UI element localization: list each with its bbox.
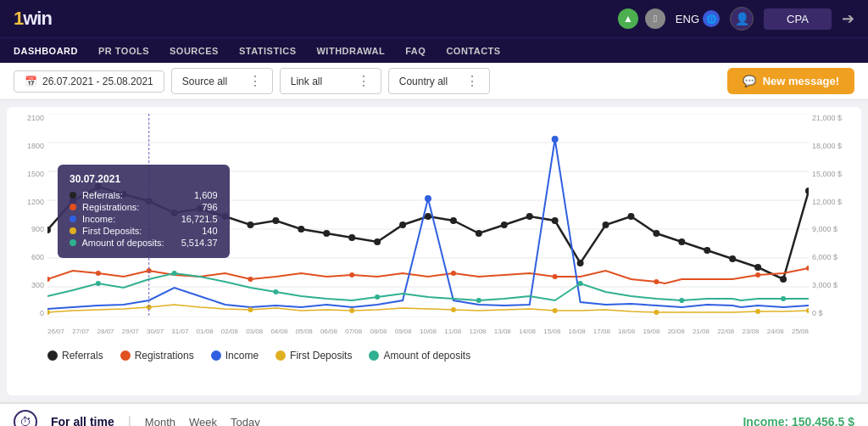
- svg-point-56: [553, 308, 558, 313]
- svg-point-39: [47, 277, 50, 282]
- country-filter-dots: ⋮: [465, 73, 479, 89]
- chart-area: 2100 1800 1500 1200 900 600 300 0 21,000…: [17, 114, 851, 343]
- legend-income-label: Income: [225, 350, 259, 362]
- legend-firstdeposits: First Deposits: [275, 350, 352, 362]
- svg-point-24: [450, 217, 457, 224]
- nav-item-contacts[interactable]: CONTACTS: [446, 46, 500, 56]
- x-01-08: 01/08: [197, 328, 214, 335]
- svg-point-55: [451, 307, 456, 312]
- android-icon[interactable]: ▲: [618, 8, 638, 29]
- nav-item-sources[interactable]: SOURCES: [170, 46, 219, 56]
- x-26-07: 26/07: [47, 328, 64, 335]
- legend-amountdeposits-label: Amount of deposits: [383, 350, 470, 362]
- y-left-1500: 1500: [27, 170, 44, 178]
- x-27-07: 27/07: [72, 328, 89, 335]
- link-filter[interactable]: Link all ⋮: [280, 68, 381, 94]
- legend-income-dot: [211, 350, 221, 361]
- today-filter[interactable]: Today: [231, 416, 260, 427]
- y-left-2100: 2100: [27, 114, 44, 122]
- svg-point-37: [780, 276, 787, 283]
- nav-item-withdrawal[interactable]: WITHDRAWAL: [316, 46, 385, 56]
- legend-firstdeposits-dot: [275, 350, 286, 361]
- tooltip-registrations-row: Registrations: 796: [70, 202, 218, 212]
- apple-icon[interactable]: : [645, 8, 665, 29]
- for-all-time-label[interactable]: For all time: [51, 415, 114, 426]
- x-05-08: 05/08: [296, 328, 313, 335]
- link-filter-label: Link all: [291, 76, 322, 87]
- legend-firstdeposits-label: First Deposits: [290, 350, 352, 362]
- nav-item-prtools[interactable]: PR TOOLS: [98, 46, 149, 56]
- logout-icon[interactable]: ➔: [842, 9, 854, 28]
- svg-point-43: [349, 272, 354, 277]
- svg-point-27: [526, 213, 533, 220]
- svg-point-21: [374, 238, 381, 245]
- svg-point-57: [654, 310, 659, 315]
- svg-point-28: [552, 217, 559, 224]
- svg-point-33: [678, 238, 685, 245]
- income-total-label: Income:: [743, 415, 792, 426]
- legend-referrals: Referrals: [47, 350, 103, 362]
- x-11-08: 11/08: [444, 328, 461, 335]
- legend-amountdeposits-dot: [369, 350, 379, 361]
- tooltip-amountdeposits-value: 5,514.37: [181, 238, 218, 248]
- svg-point-19: [323, 230, 330, 237]
- svg-point-18: [298, 226, 304, 233]
- svg-point-51: [47, 310, 50, 315]
- svg-point-35: [729, 255, 736, 262]
- legend-amountdeposits: Amount of deposits: [369, 350, 470, 362]
- flag-icon: 🌐: [703, 10, 720, 27]
- svg-point-65: [578, 281, 583, 286]
- x-28-07: 28/07: [97, 328, 114, 335]
- y-left-1200: 1200: [27, 198, 44, 206]
- nav-item-dashboard[interactable]: DASHBOARD: [14, 46, 78, 56]
- svg-point-25: [476, 230, 482, 237]
- x-20-08: 20/08: [668, 328, 685, 335]
- x-18-08: 18/08: [618, 328, 635, 335]
- x-25-08: 25/08: [792, 328, 809, 335]
- svg-point-36: [754, 264, 761, 271]
- svg-point-20: [348, 234, 355, 241]
- svg-point-66: [679, 298, 684, 303]
- tooltip-registrations-value: 796: [202, 202, 217, 212]
- svg-point-59: [806, 308, 809, 313]
- svg-point-32: [653, 230, 659, 237]
- week-filter[interactable]: Week: [189, 416, 217, 427]
- tooltip-registrations-label: Registrations:: [70, 202, 139, 212]
- tooltip-income-value: 16,721.5: [181, 214, 218, 224]
- user-icon[interactable]: 👤: [730, 7, 754, 31]
- language-selector[interactable]: ENG 🌐: [676, 10, 720, 27]
- x-17-08: 17/08: [593, 328, 610, 335]
- svg-point-45: [553, 274, 558, 279]
- month-filter[interactable]: Month: [145, 416, 175, 427]
- income-total-area: Income: 150,456.5 $: [743, 414, 854, 426]
- toolbar-filters: 📅 26.07.2021 - 25.08.2021 Source all ⋮ L…: [14, 68, 490, 94]
- country-filter[interactable]: Country all ⋮: [388, 68, 490, 94]
- new-message-button[interactable]: 💬 New message!: [727, 68, 854, 94]
- country-filter-label: Country all: [399, 76, 448, 87]
- svg-point-46: [654, 279, 659, 284]
- svg-point-23: [425, 213, 431, 220]
- header: 1win ▲  ENG 🌐 👤 CPA ➔: [0, 0, 868, 37]
- bottom-bar: ⏱ For all time | Month Week Today Income…: [0, 402, 868, 426]
- x-03-08: 03/08: [246, 328, 263, 335]
- nav-item-faq[interactable]: FAQ: [405, 46, 426, 56]
- y-right-15000: 15,000 $: [812, 170, 842, 178]
- svg-point-64: [476, 298, 481, 303]
- source-filter[interactable]: Source all ⋮: [171, 68, 273, 94]
- tooltip-amountdeposits-row: Amount of deposits: 5,514.37: [70, 238, 218, 248]
- nav-item-statistics[interactable]: STATISTICS: [239, 46, 297, 56]
- x-04-08: 04/08: [270, 328, 287, 335]
- y-left-600: 600: [31, 253, 44, 261]
- y-right-9000: 9,000 $: [812, 225, 837, 233]
- chart-legend: Referrals Registrations Income First Dep…: [17, 343, 851, 368]
- x-14-08: 14/08: [519, 328, 536, 335]
- separator-1: |: [128, 414, 131, 426]
- x-31-07: 31/07: [171, 328, 188, 335]
- x-12-08: 12/08: [470, 328, 487, 335]
- cpa-button[interactable]: CPA: [764, 8, 832, 30]
- svg-point-49: [425, 195, 431, 202]
- svg-point-44: [451, 271, 456, 276]
- lang-label: ENG: [676, 13, 699, 25]
- date-range-picker[interactable]: 📅 26.07.2021 - 25.08.2021: [14, 70, 164, 92]
- x-16-08: 16/08: [569, 328, 586, 335]
